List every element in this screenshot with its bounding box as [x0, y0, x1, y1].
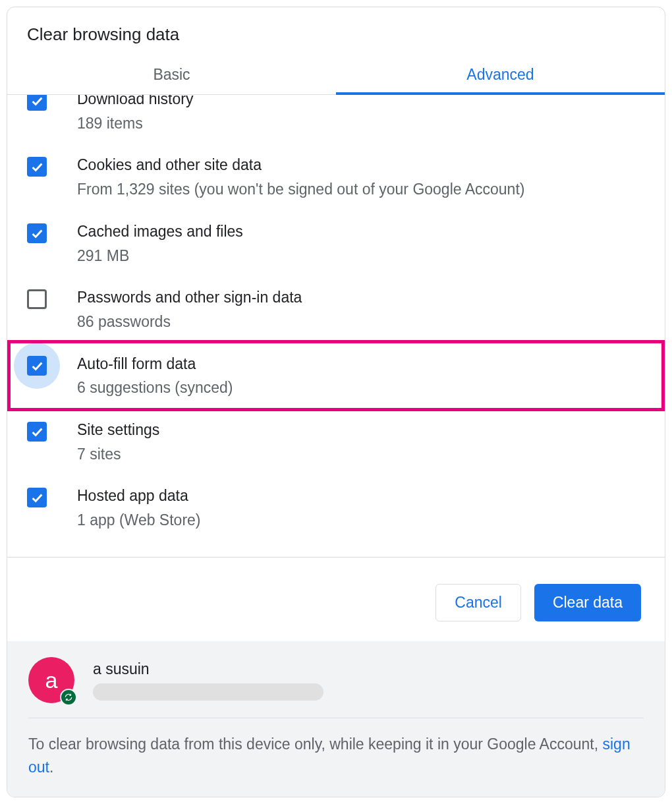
checkbox-download-history[interactable]	[27, 95, 47, 111]
sync-badge	[60, 689, 77, 706]
dialog-tabs: Basic Advanced	[7, 57, 665, 95]
check-icon	[30, 490, 44, 505]
account-email-redacted	[93, 683, 323, 701]
account-row: a a susuin	[28, 657, 644, 718]
item-subtitle: From 1,329 sites (you won't be signed ou…	[77, 175, 649, 201]
item-title: Hosted app data	[77, 486, 649, 506]
check-icon	[30, 159, 44, 174]
data-type-list-scroll[interactable]: Download history 189 items Cookies and o…	[7, 95, 665, 557]
footer-note: To clear browsing data from this device …	[28, 733, 644, 778]
dialog-title: Clear browsing data	[7, 7, 665, 57]
checkbox-cookies[interactable]	[27, 157, 47, 177]
dialog-footer: a a susuin To clear browsing data from t…	[7, 641, 665, 797]
item-subtitle: 291 MB	[77, 242, 649, 268]
checkbox-autofill[interactable]	[27, 356, 47, 376]
list-item[interactable]: Auto-fill form data 6 suggestions (synce…	[7, 344, 665, 410]
list-item[interactable]: Site settings 7 sites	[7, 410, 665, 476]
item-subtitle: 1 app (Web Store)	[77, 506, 649, 532]
avatar-wrap: a	[28, 657, 74, 703]
item-title: Cached images and files	[77, 222, 649, 242]
item-title: Download history	[77, 95, 649, 109]
list-item[interactable]: Hosted app data 1 app (Web Store)	[7, 476, 665, 542]
tab-basic[interactable]: Basic	[7, 57, 336, 94]
check-icon	[30, 359, 44, 373]
clear-data-button[interactable]: Clear data	[534, 584, 641, 621]
list-item[interactable]: Passwords and other sign-in data 86 pass…	[7, 277, 665, 343]
checkbox-passwords[interactable]	[27, 289, 47, 309]
footer-note-suffix: .	[49, 759, 53, 776]
footer-note-text: To clear browsing data from this device …	[28, 735, 602, 753]
checkbox-cache[interactable]	[27, 223, 47, 243]
item-subtitle: 7 sites	[77, 440, 649, 466]
checkbox-site-settings[interactable]	[27, 422, 47, 442]
item-subtitle: 86 passwords	[77, 308, 649, 333]
sync-icon	[64, 693, 73, 702]
list-item[interactable]: Cookies and other site data From 1,329 s…	[7, 145, 665, 211]
item-subtitle: 189 items	[77, 109, 649, 135]
clear-browsing-data-dialog: Clear browsing data Basic Advanced Downl…	[7, 7, 665, 797]
data-type-list: Download history 189 items Cookies and o…	[7, 95, 665, 542]
list-item[interactable]: Download history 189 items	[7, 95, 665, 145]
tab-advanced[interactable]: Advanced	[336, 57, 665, 94]
item-title: Auto-fill form data	[77, 355, 649, 374]
checkbox-hosted-app-data[interactable]	[27, 488, 47, 507]
cancel-button[interactable]: Cancel	[435, 584, 521, 621]
item-subtitle: 6 suggestions (synced)	[77, 374, 649, 399]
check-icon	[30, 226, 44, 241]
dialog-actions: Cancel Clear data	[7, 557, 665, 641]
check-icon	[30, 95, 44, 108]
item-title: Site settings	[77, 420, 649, 440]
account-name: a susuin	[93, 660, 323, 678]
check-icon	[30, 424, 44, 439]
item-title: Passwords and other sign-in data	[77, 288, 649, 308]
item-title: Cookies and other site data	[77, 156, 649, 175]
list-item[interactable]: Cached images and files 291 MB	[7, 212, 665, 277]
